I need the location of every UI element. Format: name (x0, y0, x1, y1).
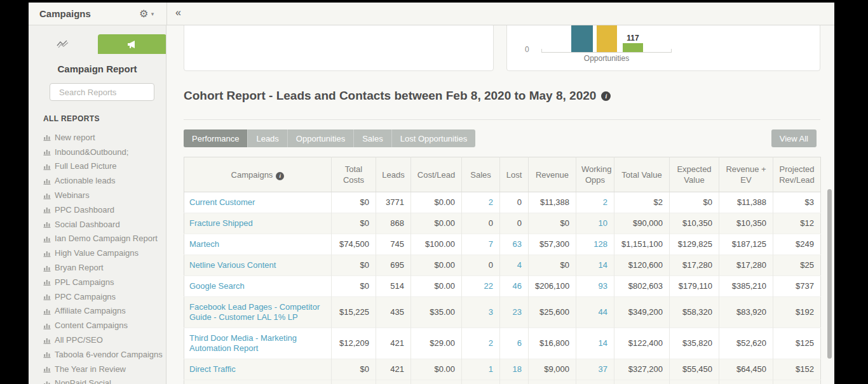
lost-value[interactable]: 23 (513, 307, 522, 317)
working-opps-cell: 37 (576, 359, 614, 380)
campaign-link[interactable]: Facebook Lead Pages - Competitor Guide -… (189, 302, 320, 322)
campaign-link[interactable]: Martech (189, 239, 219, 249)
col-lost: Lost (500, 157, 529, 192)
working-opps-value[interactable]: 14 (599, 338, 607, 348)
sales-value[interactable]: 3 (489, 307, 493, 317)
report-tab[interactable]: Leads (247, 129, 287, 147)
bar-chart-icon (43, 177, 51, 185)
expected-value-cell: $129,825 (670, 234, 719, 255)
sidebar-item-report[interactable]: NonPaid Social (43, 376, 162, 384)
sidebar-item-report[interactable]: The Year in Review (43, 362, 162, 376)
sales-value[interactable]: 2 (489, 338, 493, 348)
tab-trends[interactable] (29, 34, 98, 54)
campaign-cell: Fracture Shipped (184, 213, 332, 234)
report-tab[interactable]: Lost Opportunities (391, 129, 476, 147)
sidebar-item-report[interactable]: Ian Demo Campaign Report (43, 232, 162, 246)
sidebar-item-report[interactable]: New report (43, 130, 162, 145)
working-opps-value[interactable]: 44 (599, 307, 607, 317)
working-opps-cell: 44 (576, 297, 614, 328)
sidebar-item-report[interactable]: Actionable leads (43, 173, 162, 188)
campaign-link[interactable]: Direct Traffic (189, 364, 236, 374)
sidebar-item-report[interactable]: Webinars (43, 188, 162, 202)
leads-cell: 695 (376, 255, 411, 276)
cohort-report-heading: Cohort Report - Leads and Contacts betwe… (184, 89, 611, 103)
working-opps-value[interactable]: 93 (599, 281, 607, 291)
sidebar-item-label: Full Lead Picture (55, 161, 117, 171)
sidebar-item-report[interactable]: Inbound&Outbound; (43, 145, 162, 159)
projected-rev-lead-cell: $25 (773, 255, 821, 276)
sidebar-item-report[interactable]: Taboola 6-vendor Campaigns (43, 347, 162, 362)
cost-lead-cell: $0.00 (411, 213, 462, 234)
revenue-cell: $57,300 (529, 234, 576, 255)
sidebar-item-report[interactable]: Affiliate Campaigns (43, 304, 162, 319)
working-opps-value[interactable]: 14 (599, 260, 607, 270)
report-tab[interactable]: Sales (353, 129, 391, 147)
col-expected-value: Expected Value (670, 157, 719, 192)
projected-rev-lead-cell: $125 (773, 328, 821, 359)
campaign-link[interactable]: Netline Various Content (189, 260, 276, 270)
lost-value[interactable]: 63 (513, 239, 522, 249)
table-row: Current Customer $0 3771 $0.00 2 0 $11,3… (184, 192, 821, 213)
sales-value[interactable]: 7 (489, 239, 493, 249)
megaphone-icon (127, 40, 137, 49)
campaigns-info-icon[interactable]: i (276, 172, 284, 180)
working-opps-value[interactable]: 37 (599, 364, 607, 374)
table-row: Google Search $0 514 $0.00 22 46 $206,10… (184, 276, 821, 297)
total-costs-cell: $0 (332, 213, 376, 234)
search-input[interactable] (59, 88, 166, 97)
sidebar-item-report[interactable]: Full Lead Picture (43, 159, 162, 174)
working-opps-cell: 14 (576, 255, 614, 276)
report-tab[interactable]: Opportunities (287, 129, 353, 147)
campaign-link[interactable]: Current Customer (189, 197, 255, 207)
view-all-button[interactable]: View All (771, 129, 817, 147)
info-icon[interactable]: i (601, 91, 611, 101)
lost-value[interactable]: 6 (517, 338, 522, 348)
sidebar-collapse-button[interactable]: « (175, 7, 181, 18)
sales-value[interactable]: 2 (489, 197, 493, 207)
x-axis-line (541, 49, 672, 53)
leads-cell: 421 (376, 359, 411, 380)
sidebar-item-report[interactable]: PPC Campaigns (43, 289, 162, 304)
campaign-link[interactable]: Google Search (189, 281, 245, 291)
sales-value: 0 (489, 218, 493, 228)
bar-chart-icon (43, 307, 51, 315)
sidebar-item-label: Social Dashboard (55, 220, 120, 229)
campaign-cell: Netline Various Content (184, 255, 332, 276)
cost-lead-cell: $0.00 (411, 276, 462, 297)
report-tab[interactable]: Performance (184, 129, 247, 147)
performance-table-wrap: Campaignsi Total Costs Leads Cost/Lead S… (184, 157, 820, 384)
sales-value[interactable]: 22 (484, 281, 493, 291)
sidebar-item-report[interactable]: Content Campaigns (43, 318, 162, 333)
total-value-cell: $327,200 (614, 359, 670, 380)
lost-value[interactable]: 4 (517, 260, 522, 270)
sidebar-item-report[interactable]: Social Dashboard (43, 217, 162, 232)
working-opps-value[interactable]: 2 (603, 197, 607, 207)
table-row: Third Door Media - Marketing Automation … (184, 328, 821, 359)
lost-value[interactable]: 46 (513, 281, 522, 291)
sidebar-item-report[interactable]: All PPC/SEO (43, 333, 162, 347)
campaign-link[interactable]: Fracture Shipped (189, 218, 253, 228)
revenue-cell: $9,000 (529, 359, 576, 380)
sidebar-item-report[interactable]: High Value Campaigns (43, 246, 162, 260)
total-costs-cell: $0 (332, 192, 376, 213)
campaign-link[interactable]: Third Door Media - Marketing Automation … (189, 333, 297, 353)
working-opps-value[interactable]: 128 (593, 239, 607, 249)
sidebar-item-report[interactable]: PPL Campaigns (43, 275, 162, 289)
sales-value[interactable]: 1 (489, 364, 493, 374)
bar-chart-icon (43, 322, 51, 329)
sidebar-item-report[interactable]: PPC Dashboard (43, 202, 162, 217)
campaign-cell: Martech (184, 234, 332, 255)
tab-campaigns[interactable] (98, 34, 167, 54)
settings-menu-button[interactable]: ⚙ ▾ (139, 8, 154, 20)
bar-chart-icon (43, 148, 51, 156)
expected-value-cell: $58,320 (670, 297, 719, 328)
working-opps-value[interactable]: 10 (599, 218, 607, 228)
top-bar: Campaigns ⚙ ▾ « (29, 3, 834, 25)
working-opps-cell: 128 (576, 234, 614, 255)
table-row: Direct Traffic $0 421 $0.00 1 18 $9,000 … (184, 359, 821, 380)
expected-value-cell: $17,280 (670, 255, 719, 276)
sidebar-item-report[interactable]: Bryan Report (43, 260, 162, 275)
sidebar-item-label: PPC Dashboard (55, 205, 114, 215)
lost-value[interactable]: 18 (513, 364, 522, 374)
vertical-scrollbar-thumb[interactable] (827, 189, 832, 359)
